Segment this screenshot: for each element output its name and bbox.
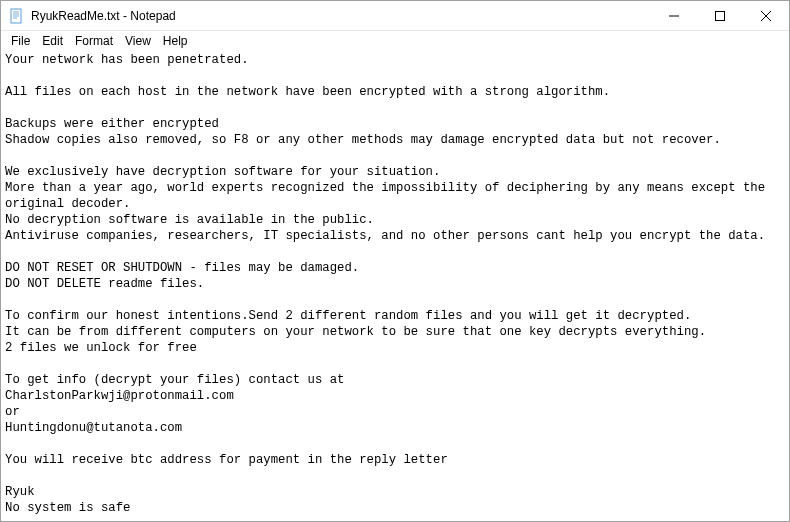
titlebar: RyukReadMe.txt - Notepad — [1, 1, 789, 31]
menu-view[interactable]: View — [119, 33, 157, 49]
notepad-icon — [9, 8, 25, 24]
text-area[interactable]: Your network has been penetrated. All fi… — [1, 51, 789, 521]
window-title: RyukReadMe.txt - Notepad — [31, 9, 651, 23]
close-button[interactable] — [743, 1, 789, 30]
menu-help[interactable]: Help — [157, 33, 194, 49]
notepad-window: RyukReadMe.txt - Notepad File Edit Forma… — [0, 0, 790, 522]
menubar: File Edit Format View Help — [1, 31, 789, 51]
menu-file[interactable]: File — [5, 33, 36, 49]
menu-format[interactable]: Format — [69, 33, 119, 49]
menu-edit[interactable]: Edit — [36, 33, 69, 49]
svg-rect-6 — [716, 11, 725, 20]
window-controls — [651, 1, 789, 30]
maximize-button[interactable] — [697, 1, 743, 30]
minimize-button[interactable] — [651, 1, 697, 30]
